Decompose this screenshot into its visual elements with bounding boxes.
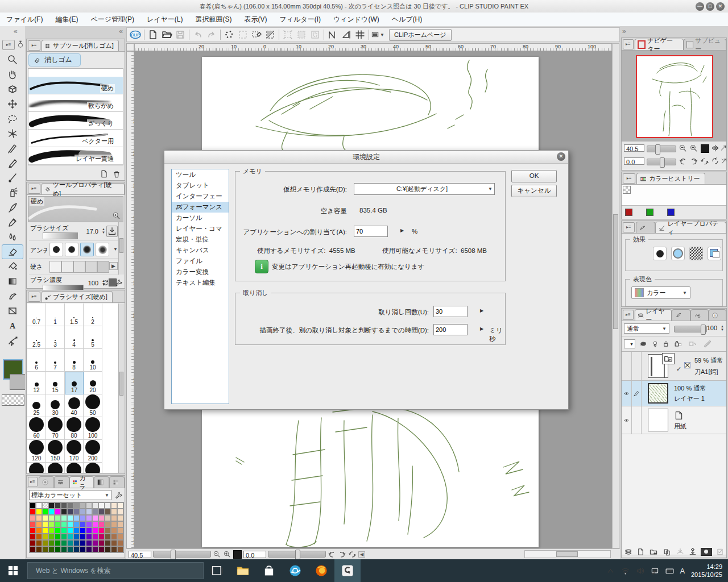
menu-select[interactable]: 選択範囲(S)	[189, 13, 238, 26]
palette-color-4-5[interactable]	[61, 527, 67, 534]
palette-color-2-4[interactable]	[55, 515, 61, 521]
palette-color-3-0[interactable]	[30, 521, 36, 527]
rotate-ccw-icon[interactable]	[328, 550, 336, 559]
collapse-bar-arrow[interactable]: ◀	[358, 551, 365, 558]
palette-color-3-4[interactable]	[55, 521, 61, 527]
brush-size-scrollbar[interactable]	[118, 304, 124, 473]
background-color-swatch[interactable]	[10, 374, 26, 390]
menu-filter[interactable]: フィルター(I)	[274, 13, 327, 26]
palette-color-7-3[interactable]	[48, 546, 55, 552]
set-mask-icon[interactable]	[686, 339, 698, 348]
brush-size-0.7[interactable]: 0.7	[27, 304, 46, 326]
collapse-right-icon[interactable]: »	[622, 27, 626, 35]
palette-color-3-8[interactable]	[80, 521, 86, 527]
brush-size-20[interactable]: 20	[84, 372, 102, 394]
brush-size-12[interactable]: 12	[27, 372, 46, 394]
tool-auto-select-button[interactable]	[2, 126, 23, 141]
aa-medium-option[interactable]	[80, 243, 94, 256]
palette-color-4-12[interactable]	[105, 527, 111, 534]
palette-color-1-13[interactable]	[111, 509, 117, 515]
dialog-nav-6[interactable]: 定規・単位	[172, 234, 229, 245]
cmd-redo-button[interactable]	[205, 28, 218, 41]
palette-color-1-9[interactable]	[86, 509, 92, 515]
reset-tool-icon[interactable]	[101, 278, 110, 287]
palette-color-5-5[interactable]	[61, 534, 67, 540]
nav-fit-icon[interactable]	[701, 144, 709, 153]
tool-property-scrollbar[interactable]	[118, 222, 124, 275]
palette-color-3-10[interactable]	[92, 521, 98, 527]
palette-color-3-12[interactable]	[105, 521, 111, 527]
palette-color-5-1[interactable]	[36, 534, 42, 540]
palette-color-4-7[interactable]	[73, 527, 80, 534]
palette-color-0-6[interactable]	[67, 502, 73, 509]
cmd-snap-ruler-button[interactable]	[326, 28, 340, 41]
combine-layer-icon[interactable]	[688, 547, 697, 556]
subtool-tab[interactable]: サブツール[消しゴム]	[42, 40, 119, 51]
nav-reset-all-icon[interactable]	[720, 157, 728, 165]
transparent-color-swatch[interactable]	[2, 394, 24, 406]
palette-color-6-2[interactable]	[42, 540, 48, 546]
palette-color-5-14[interactable]	[117, 534, 123, 540]
brush-size-3[interactable]: 3	[46, 326, 65, 349]
undo-count-slider-arrow[interactable]: ▶	[480, 308, 483, 313]
menu-edit[interactable]: 編集(E)	[49, 13, 84, 26]
menu-layer[interactable]: レイヤー(L)	[140, 13, 189, 26]
subtool-group-tab[interactable]: 消しゴム	[28, 53, 81, 66]
palette-color-2-8[interactable]	[80, 515, 86, 521]
navigator-zoom-value[interactable]: 40.5	[624, 144, 644, 152]
nav-rotate-cw-icon[interactable]	[689, 157, 698, 166]
palette-color-2-1[interactable]	[36, 515, 42, 521]
tool-figure-button[interactable]	[2, 289, 23, 304]
palette-color-0-2[interactable]	[42, 502, 48, 509]
allocation-slider-arrow[interactable]: ▶	[400, 228, 404, 233]
brush-size-4[interactable]: 4	[65, 326, 84, 349]
dialog-nav-1[interactable]: タブレット	[172, 180, 229, 191]
brush-size-60[interactable]: 60	[27, 417, 46, 440]
subtool-item-0[interactable]: 硬め	[28, 77, 123, 94]
subtool-item-1[interactable]: 軟らかめ	[28, 94, 123, 112]
tool-hand-button[interactable]	[2, 67, 23, 82]
new-subtool-icon[interactable]	[100, 169, 109, 178]
layer-row-1[interactable]: 100 % 通常 レイヤー 1	[622, 381, 726, 406]
brush-size-10[interactable]: 10	[84, 349, 102, 372]
layer1-visibility-toggle[interactable]	[622, 381, 632, 406]
palette-color-1-3[interactable]	[48, 509, 55, 515]
palette-color-0-7[interactable]	[73, 502, 80, 509]
effect-tone-icon[interactable]	[689, 247, 703, 260]
palette-color-7-12[interactable]	[105, 546, 111, 552]
new-folder-icon[interactable]	[648, 547, 659, 556]
menu-page-manage[interactable]: ページ管理(P)	[84, 13, 140, 26]
menu-help[interactable]: ヘルプ(H)	[386, 13, 429, 26]
palette-color-2-7[interactable]	[73, 515, 80, 521]
lightbulb-icon[interactable]	[651, 339, 659, 348]
palette-color-4-2[interactable]	[42, 527, 48, 534]
color-set-dropdown[interactable]: 標準カラーセット▼	[29, 490, 111, 500]
palette-color-6-7[interactable]	[73, 540, 80, 546]
palette-color-2-5[interactable]	[61, 515, 67, 521]
palette-color-6-5[interactable]	[61, 540, 67, 546]
palette-color-0-11[interactable]	[98, 502, 105, 509]
palette-color-3-7[interactable]	[73, 521, 80, 527]
layer-stack-icon[interactable]	[624, 548, 633, 556]
taskbar-clock[interactable]: 14:29 2015/10/25	[691, 563, 722, 579]
navigator-tab[interactable]: ナビゲーター	[635, 39, 684, 50]
toolbar-menu-button[interactable]: ▸≡	[2, 40, 15, 50]
brush-size-stepper[interactable]: ▲▼	[102, 227, 105, 234]
tool-fill-button[interactable]	[2, 259, 23, 274]
layer1-thumbnail[interactable]	[648, 383, 668, 404]
palette-color-0-0[interactable]	[30, 502, 36, 509]
palette-color-0-1[interactable]	[36, 502, 42, 509]
brush-size-15[interactable]: 15	[46, 372, 65, 394]
subtool-item-4[interactable]: レイヤー貫通	[28, 147, 123, 165]
palette-color-5-7[interactable]	[73, 534, 80, 540]
tool-property-tab[interactable]: ツールプロパティ[硬め]	[42, 183, 125, 194]
palette-color-4-13[interactable]	[111, 527, 117, 534]
palette-color-3-1[interactable]	[36, 521, 42, 527]
palette-color-4-11[interactable]	[98, 527, 105, 534]
tool-decoration-button[interactable]	[2, 200, 23, 215]
palette-color-4-0[interactable]	[30, 527, 36, 534]
palette-color-0-5[interactable]	[61, 502, 67, 509]
aa-dropdown-arrow[interactable]: ▼	[113, 247, 118, 252]
palette-color-1-12[interactable]	[105, 509, 111, 515]
delete-subtool-icon[interactable]	[112, 169, 121, 178]
